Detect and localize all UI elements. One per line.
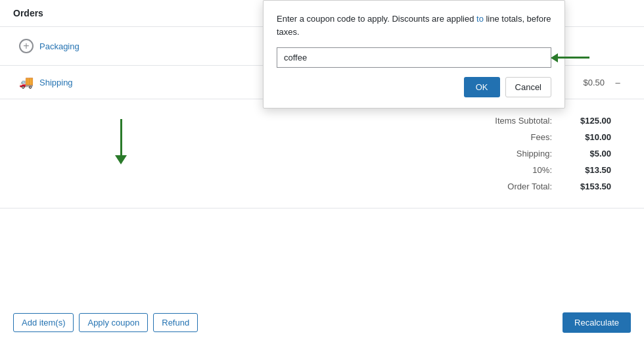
coupon-modal: Enter a coupon code to apply. Discounts …	[263, 0, 565, 109]
page-wrapper: Orders + Packaging 🚚 Shipping $5.00 $0.5…	[0, 0, 644, 342]
modal-ok-button[interactable]: OK	[464, 77, 500, 97]
right-arrow	[551, 53, 589, 62]
modal-cancel-button[interactable]: Cancel	[505, 77, 551, 97]
arrowhead-left	[551, 53, 558, 62]
modal-buttons: OK Cancel	[277, 77, 551, 97]
modal-description: Enter a coupon code to apply. Discounts …	[277, 12, 551, 38]
modal-description-link: to	[476, 14, 484, 24]
modal-input-row	[277, 47, 551, 68]
modal-overlay: Enter a coupon code to apply. Discounts …	[0, 0, 644, 342]
coupon-input[interactable]	[277, 47, 551, 68]
arrow-shaft	[558, 57, 589, 59]
